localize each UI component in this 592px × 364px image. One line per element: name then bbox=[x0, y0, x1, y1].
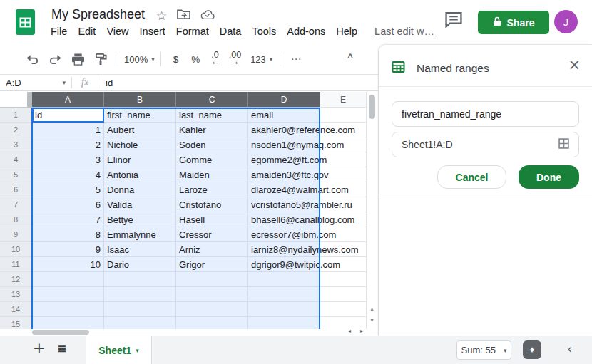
row-header-9[interactable]: 9 bbox=[0, 227, 32, 242]
column-header-E[interactable]: E bbox=[320, 92, 367, 108]
paint-format-button[interactable] bbox=[92, 51, 109, 68]
cell-D12[interactable] bbox=[248, 272, 320, 287]
menu-insert[interactable]: Insert bbox=[140, 26, 165, 37]
redo-button[interactable] bbox=[46, 51, 63, 68]
menu-tools[interactable]: Tools bbox=[252, 26, 276, 37]
cell-D8[interactable]: bhasell6@canalblog.com bbox=[248, 212, 320, 227]
cell-B1[interactable]: first_name bbox=[104, 108, 176, 123]
row-header-5[interactable]: 5 bbox=[0, 167, 32, 182]
cell-D10[interactable]: iarniz8@nydailynews.com bbox=[248, 242, 320, 257]
cell-C7[interactable]: Cristofano bbox=[176, 197, 248, 212]
cell-B6[interactable]: Donna bbox=[104, 182, 176, 197]
cell-B9[interactable]: Emmalynne bbox=[104, 227, 176, 242]
print-button[interactable] bbox=[69, 51, 86, 68]
cell-A1[interactable]: id bbox=[32, 108, 104, 123]
cell-A8[interactable]: 7 bbox=[32, 212, 104, 227]
menu-addons[interactable]: Add-ons bbox=[287, 26, 325, 37]
cell-B11[interactable]: Dario bbox=[104, 257, 176, 272]
cell-C6[interactable]: Laroze bbox=[176, 182, 248, 197]
cell-A11[interactable]: 10 bbox=[32, 257, 104, 272]
last-edit-link[interactable]: Last edit w… bbox=[374, 26, 434, 37]
cell-A2[interactable]: 1 bbox=[32, 123, 104, 137]
row-header-13[interactable]: 13 bbox=[0, 287, 32, 302]
scroll-up-icon[interactable]: ▴ bbox=[367, 306, 377, 312]
row-header-14[interactable]: 14 bbox=[0, 302, 32, 317]
document-title[interactable]: My Spreadsheet bbox=[51, 7, 145, 22]
cell-B13[interactable] bbox=[104, 287, 176, 302]
close-panel-icon[interactable]: × bbox=[568, 58, 581, 73]
row-header-8[interactable]: 8 bbox=[0, 212, 32, 227]
cell-C1[interactable]: last_name bbox=[176, 108, 248, 123]
cell-D9[interactable]: ecressor7@ibm.com bbox=[248, 227, 320, 242]
hide-menus-button[interactable]: ^ bbox=[347, 52, 353, 63]
explore-button[interactable]: ✦ bbox=[523, 340, 541, 359]
cell-A7[interactable]: 6 bbox=[32, 197, 104, 212]
cell-B4[interactable]: Elinor bbox=[104, 152, 176, 167]
cell-B15[interactable] bbox=[104, 317, 176, 329]
scroll-down-icon[interactable]: ▾ bbox=[367, 317, 377, 323]
cell-C15[interactable] bbox=[176, 317, 248, 329]
cell-A13[interactable] bbox=[32, 287, 104, 302]
menu-view[interactable]: View bbox=[106, 26, 128, 37]
cell-D5[interactable]: amaiden3@ftc.gov bbox=[248, 167, 320, 182]
row-header-15[interactable]: 15 bbox=[0, 317, 32, 329]
vertical-scrollbar-thumb[interactable] bbox=[369, 95, 375, 119]
menu-file[interactable]: File bbox=[51, 26, 67, 37]
row-header-3[interactable]: 3 bbox=[0, 137, 32, 152]
range-name-input[interactable]: fivetran_named_range bbox=[392, 101, 579, 127]
avatar[interactable]: J bbox=[554, 10, 578, 33]
comment-history-icon[interactable] bbox=[444, 11, 463, 31]
cell-A3[interactable]: 2 bbox=[32, 137, 104, 152]
cell-B10[interactable]: Isaac bbox=[104, 242, 176, 257]
zoom-select[interactable]: 100% ▾ bbox=[124, 54, 155, 65]
cancel-button[interactable]: Cancel bbox=[437, 165, 506, 189]
vertical-scrollbar[interactable]: ▴ ▾ bbox=[366, 92, 378, 329]
scroll-left-icon[interactable]: ◂ bbox=[348, 328, 351, 334]
cell-D4[interactable]: egomme2@ft.com bbox=[248, 152, 320, 167]
cell-B7[interactable]: Valida bbox=[104, 197, 176, 212]
toolbar-more-button[interactable]: ⋯ bbox=[290, 53, 302, 66]
row-header-1[interactable]: 1 bbox=[0, 108, 32, 123]
cell-A10[interactable]: 9 bbox=[32, 242, 104, 257]
cell-D6[interactable]: dlaroze4@walmart.com bbox=[248, 182, 320, 197]
move-to-folder-icon[interactable] bbox=[177, 9, 190, 23]
cell-C5[interactable]: Maiden bbox=[176, 167, 248, 182]
range-ref-input[interactable]: Sheet1!A:D bbox=[392, 132, 579, 157]
column-header-A[interactable]: A bbox=[32, 92, 104, 108]
row-header-11[interactable]: 11 bbox=[0, 257, 32, 272]
cell-E4[interactable] bbox=[320, 152, 367, 167]
format-percent-button[interactable]: % bbox=[191, 54, 200, 65]
cell-D15[interactable] bbox=[248, 317, 320, 329]
share-button[interactable]: Share bbox=[478, 11, 549, 34]
cell-E12[interactable] bbox=[320, 272, 367, 287]
row-header-2[interactable]: 2 bbox=[0, 123, 32, 137]
cell-C2[interactable]: Kahler bbox=[176, 123, 248, 137]
column-header-D[interactable]: D bbox=[248, 92, 320, 108]
cell-D11[interactable]: dgrigor9@twitpic.com bbox=[248, 257, 320, 272]
cell-D7[interactable]: vcristofano5@rambler.ru bbox=[248, 197, 320, 212]
sheet-tab[interactable]: Sheet1 ▾ bbox=[86, 336, 152, 364]
cell-D13[interactable] bbox=[248, 287, 320, 302]
row-header-4[interactable]: 4 bbox=[0, 152, 32, 167]
cell-C9[interactable]: Cressor bbox=[176, 227, 248, 242]
all-sheets-menu-button[interactable]: ≡ bbox=[57, 342, 66, 355]
cell-A14[interactable] bbox=[32, 302, 104, 317]
cell-D2[interactable]: akahler0@reference.com bbox=[248, 123, 320, 137]
format-currency-button[interactable]: $ bbox=[173, 54, 179, 65]
column-header-C[interactable]: C bbox=[176, 92, 248, 108]
cloud-saved-icon[interactable] bbox=[200, 9, 215, 23]
column-header-B[interactable]: B bbox=[104, 92, 176, 108]
decrease-decimal-button[interactable]: .0 ← bbox=[211, 51, 218, 67]
more-formats-button[interactable]: 123 ▾ bbox=[250, 54, 272, 65]
undo-button[interactable] bbox=[24, 51, 41, 68]
sheets-logo-icon[interactable] bbox=[16, 9, 35, 38]
row-header-7[interactable]: 7 bbox=[0, 197, 32, 212]
horizontal-scrollbar-thumb[interactable] bbox=[32, 330, 89, 335]
row-header-12[interactable]: 12 bbox=[0, 272, 32, 287]
cell-A12[interactable] bbox=[32, 272, 104, 287]
select-data-range-icon[interactable] bbox=[558, 138, 569, 151]
cell-C10[interactable]: Arniz bbox=[176, 242, 248, 257]
cell-B3[interactable]: Nichole bbox=[104, 137, 176, 152]
cell-B2[interactable]: Aubert bbox=[104, 123, 176, 137]
menu-data[interactable]: Data bbox=[220, 26, 242, 37]
